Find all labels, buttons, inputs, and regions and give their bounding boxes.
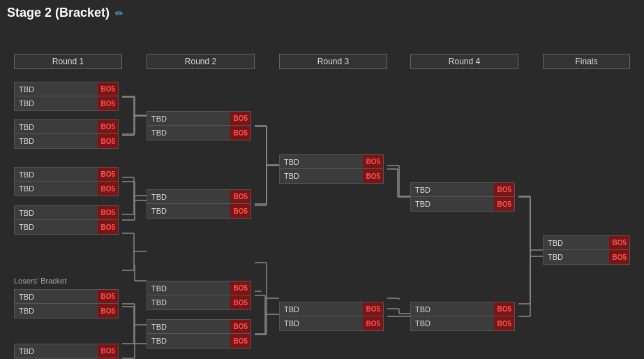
r4-m2-team1: TBD BO5	[411, 302, 514, 316]
r2-m2-team2: TBD BO5	[147, 204, 250, 218]
r2-m2: TBD BO5 TBD BO5	[147, 189, 251, 219]
r1-m1-t2-bo: BO5	[98, 96, 118, 110]
r1-m4-team1: TBD BO5	[15, 206, 118, 220]
r2-m2-team1: TBD BO5	[147, 190, 250, 204]
finals-m1: TBD BO5 TBD BO5	[543, 235, 630, 265]
r4-m1-team2: TBD BO5	[411, 197, 514, 211]
r1-m5-team2: TBD BO5	[15, 304, 118, 318]
r2-m3-team2: TBD BO5	[147, 295, 250, 309]
r1-m3-team1: TBD BO5	[15, 168, 118, 182]
r1-m1-t1-bo: BO5	[98, 82, 118, 96]
r1-m5: TBD BO5 TBD BO5	[14, 289, 119, 318]
r1-m2-t2-bo: BO5	[98, 134, 118, 148]
r2-m4: TBD BO5 TBD BO5	[147, 319, 251, 349]
r4-m1-team1: TBD BO5	[411, 183, 514, 197]
round1-header: Round 1	[14, 54, 122, 69]
r4-m1: TBD BO5 TBD BO5	[410, 182, 515, 212]
r2-m1: TBD BO5 TBD BO5	[147, 111, 251, 140]
r4-m2: TBD BO5 TBD BO5	[410, 302, 515, 331]
r1-m5-team1: TBD BO5	[15, 290, 118, 304]
r3-m2: TBD BO5 TBD BO5	[279, 302, 384, 331]
r1-m2-t1-name: TBD	[15, 123, 98, 131]
r1-m1-team1: TBD BO5	[15, 82, 118, 96]
r3-m1-team1: TBD BO5	[280, 155, 383, 169]
finals-header: Finals	[543, 54, 630, 69]
r3-m2-team2: TBD BO5	[280, 316, 383, 330]
page-title: Stage 2 (Bracket)	[7, 6, 110, 20]
r2-m3-team1: TBD BO5	[147, 281, 250, 295]
r2-m1-team2: TBD BO5	[147, 126, 250, 140]
round2-header: Round 2	[147, 54, 255, 69]
r1-m6-team1: TBD BO5	[15, 344, 118, 358]
finals-m1-team1: TBD BO5	[544, 236, 629, 250]
r1-m4: TBD BO5 TBD BO5	[14, 205, 119, 235]
r1-m2-t1-bo: BO5	[98, 120, 118, 133]
r1-m2: TBD BO5 TBD BO5	[14, 119, 119, 149]
r2-m4-team2: TBD BO5	[147, 334, 250, 348]
r1-m1-t1-name: TBD	[15, 85, 98, 94]
bracket-area: Round 1 Round 2 Round 3 Round 4 Finals T…	[7, 27, 637, 359]
round3-header: Round 3	[279, 54, 387, 69]
r1-m2-team2: TBD BO5	[15, 134, 118, 148]
r2-m4-team1: TBD BO5	[147, 320, 250, 334]
losers-bracket-label: Losers' Bracket	[14, 277, 66, 285]
r2-m3: TBD BO5 TBD BO5	[147, 281, 251, 310]
round4-header: Round 4	[410, 54, 518, 69]
r1-m1-team2: TBD BO5	[15, 96, 118, 110]
r2-m1-team1: TBD BO5	[147, 112, 250, 126]
r1-m4-team2: TBD BO5	[15, 220, 118, 234]
finals-m1-team2: TBD BO5	[544, 250, 629, 264]
r4-m2-team2: TBD BO5	[411, 316, 514, 330]
r1-m3: TBD BO5 TBD BO5	[14, 167, 119, 196]
r1-m2-team1: TBD BO5	[15, 120, 118, 134]
r1-m1-t2-name: TBD	[15, 99, 98, 108]
r3-m1-team2: TBD BO5	[280, 169, 383, 183]
r1-m1: TBD BO5 TBD BO5	[14, 82, 119, 111]
r1-m2-t2-name: TBD	[15, 137, 98, 145]
r1-m3-team2: TBD BO5	[15, 182, 118, 196]
r3-m2-team1: TBD BO5	[280, 302, 383, 316]
edit-icon[interactable]: ✏	[115, 8, 123, 19]
r3-m1: TBD BO5 TBD BO5	[279, 154, 384, 184]
r1-m6: TBD BO5 TBD BO5	[14, 344, 119, 359]
